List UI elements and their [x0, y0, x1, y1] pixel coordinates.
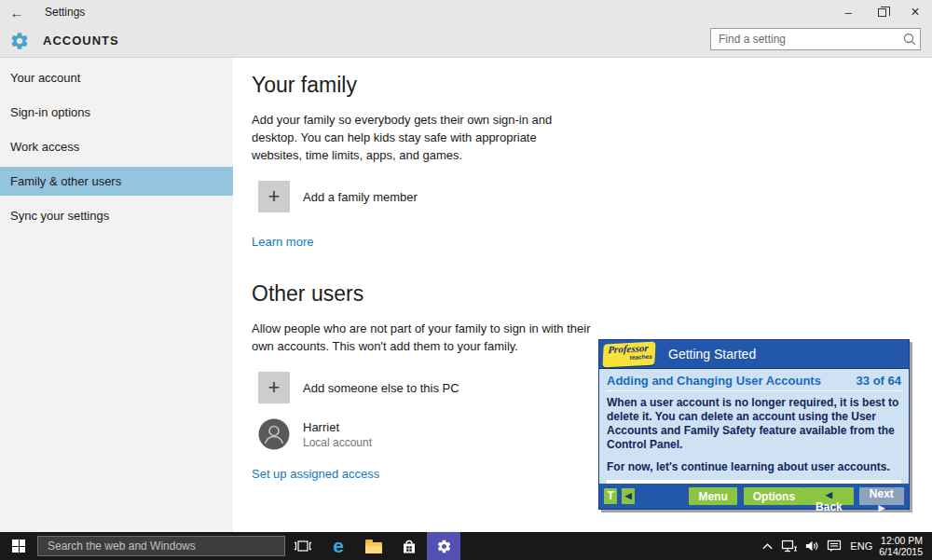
app-header: ACCOUNTS: [0, 24, 932, 58]
start-button[interactable]: [0, 532, 37, 560]
find-setting-searchbox[interactable]: [710, 28, 921, 50]
sidebar-item-sync-settings[interactable]: Sync your settings: [0, 201, 233, 230]
clock[interactable]: 12:00 PM 6/14/2015: [879, 535, 923, 557]
find-setting-input[interactable]: [711, 33, 901, 46]
menu-button[interactable]: Menu: [689, 487, 736, 505]
tutorial-body-text-2: For now, let's continue learning about u…: [607, 460, 901, 473]
tray-expand-button[interactable]: [756, 532, 778, 560]
other-users-description: Allow people who are not part of your fa…: [252, 320, 604, 355]
user-meta: Harriet Local account: [303, 420, 372, 449]
next-arrow-icon: ▶: [878, 503, 884, 512]
user-name: Harriet: [303, 420, 372, 434]
tutorial-lesson-row: Adding and Changing User Accounts 33 of …: [607, 374, 901, 391]
tutorial-window: Professor teaches Getting Started Adding…: [598, 339, 910, 510]
plus-icon: +: [268, 184, 281, 209]
sidebar: Your account Sign-in options Work access…: [0, 58, 233, 532]
clock-time: 12:00 PM: [879, 535, 923, 546]
language-indicator[interactable]: ENG: [845, 540, 877, 552]
taskbar: e ENG 12:00 PM 6/14/2015: [0, 532, 932, 560]
task-view-button[interactable]: [285, 532, 321, 560]
action-center-icon: [827, 540, 842, 553]
sidebar-item-sign-in-options[interactable]: Sign-in options: [0, 98, 233, 127]
add-family-member-button[interactable]: +: [258, 181, 290, 212]
network-icon: [781, 540, 798, 553]
volume-tray-button[interactable]: [801, 532, 823, 560]
windows-logo-icon: [12, 540, 25, 553]
page-indicator: 33 of 64: [857, 374, 901, 388]
add-family-member-row: + Add a family member: [252, 181, 932, 212]
close-icon: ×: [911, 4, 919, 20]
your-family-heading: Your family: [252, 73, 932, 98]
search-icon[interactable]: [901, 31, 920, 48]
titlebar: ← Settings – ×: [0, 0, 932, 24]
assigned-access-link[interactable]: Set up assigned access: [252, 467, 379, 481]
window-title: Settings: [45, 6, 85, 19]
action-center-button[interactable]: [823, 532, 845, 560]
audio-rewind-button[interactable]: ◀: [622, 488, 635, 504]
back-arrow-icon: ←: [10, 5, 24, 20]
lesson-title: Adding and Changing User Accounts: [607, 374, 821, 388]
accounts-gear-icon: [9, 31, 30, 51]
window-controls: – ×: [831, 0, 932, 24]
edge-button[interactable]: e: [321, 532, 356, 560]
add-someone-else-button[interactable]: +: [258, 372, 290, 403]
minimize-button[interactable]: –: [831, 0, 865, 24]
options-button[interactable]: Options: [744, 487, 804, 505]
file-explorer-button[interactable]: [356, 532, 391, 560]
tutorial-body-text: When a user account is no longer require…: [607, 396, 901, 452]
back-label: Back: [816, 500, 843, 513]
sidebar-item-your-account[interactable]: Your account: [0, 63, 233, 92]
your-family-description: Add your family so everybody gets their …: [252, 111, 585, 164]
sidebar-item-work-access[interactable]: Work access: [0, 132, 233, 161]
minimize-icon: –: [844, 6, 851, 20]
learn-more-link[interactable]: Learn more: [252, 235, 313, 249]
back-button[interactable]: ←: [0, 5, 34, 20]
taskbar-search-input[interactable]: [38, 540, 284, 553]
user-avatar-icon: [258, 418, 290, 450]
clock-date: 6/14/2015: [879, 546, 923, 557]
sidebar-item-family-other-users[interactable]: Family & other users: [0, 167, 233, 196]
tutorial-titlebar[interactable]: Professor teaches Getting Started: [599, 340, 909, 369]
settings-gear-icon: [436, 539, 452, 554]
store-icon: [401, 538, 418, 554]
back-arrow-icon: ◀: [826, 490, 832, 499]
settings-taskbar-button[interactable]: [427, 532, 460, 560]
task-view-icon: [294, 540, 312, 553]
plus-icon: +: [268, 376, 281, 400]
page-title: ACCOUNTS: [43, 34, 119, 48]
network-tray-button[interactable]: [778, 532, 801, 560]
next-button-tutorial[interactable]: Next ▶: [859, 487, 904, 505]
restore-icon: [878, 8, 886, 17]
next-label: Next: [870, 487, 894, 500]
edge-icon: e: [333, 535, 344, 557]
user-account-type: Local account: [303, 436, 372, 449]
professor-teaches-logo: Professor teaches: [602, 341, 655, 367]
file-explorer-icon: [365, 542, 382, 553]
store-button[interactable]: [391, 532, 427, 560]
chevron-up-icon: [761, 542, 774, 551]
back-button-tutorial[interactable]: ◀ Back: [804, 487, 854, 505]
tutorial-toolbar: T ◀ Menu Options ◀ Back Next ▶: [599, 484, 909, 509]
add-family-member-label[interactable]: Add a family member: [303, 190, 418, 204]
restore-button[interactable]: [865, 0, 898, 24]
speaker-icon: [804, 540, 820, 553]
close-button[interactable]: ×: [898, 0, 932, 24]
tutorial-content: Adding and Changing User Accounts 33 of …: [599, 369, 909, 499]
taskbar-searchbox[interactable]: [37, 536, 285, 556]
tutorial-title: Getting Started: [668, 347, 756, 362]
text-toggle-button[interactable]: T: [604, 488, 617, 504]
other-users-heading: Other users: [252, 281, 932, 307]
add-someone-else-label[interactable]: Add someone else to this PC: [303, 381, 459, 395]
